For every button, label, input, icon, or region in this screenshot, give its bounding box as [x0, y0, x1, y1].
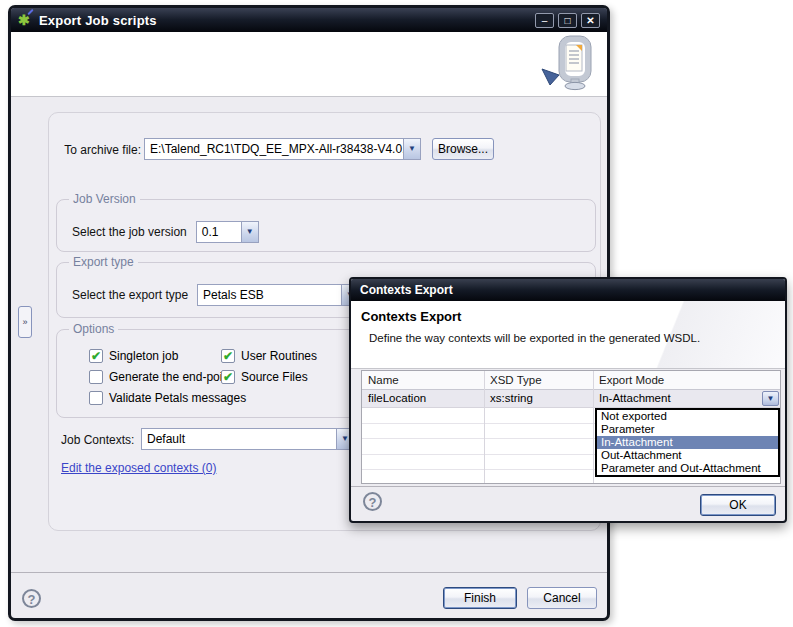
dropdown-option-in-attachment[interactable]: In-Attachment: [597, 436, 778, 449]
dropdown-option-not-exported[interactable]: Not exported: [597, 410, 778, 423]
option-singleton-job[interactable]: ✔Singleton job: [89, 349, 221, 363]
contexts-title-bar: Contexts Export: [351, 279, 785, 301]
cell-name[interactable]: fileLocation: [362, 390, 484, 407]
export-type-group-label: Export type: [69, 255, 138, 269]
job-version-combo[interactable]: 0.1 ▼: [196, 221, 259, 243]
wizard-banner: [11, 32, 607, 97]
export-wizard-icon: [537, 35, 593, 97]
maximize-button[interactable]: □: [558, 13, 577, 28]
help-button[interactable]: ?: [363, 492, 382, 511]
options-group-label: Options: [69, 322, 118, 336]
ok-button[interactable]: OK: [700, 494, 776, 516]
export-mode-dropdown-button[interactable]: ▼: [762, 391, 779, 406]
job-contexts-combo[interactable]: Default ▼: [141, 428, 354, 450]
cancel-button[interactable]: Cancel: [527, 587, 597, 609]
option-label: Generate the end-point: [109, 370, 232, 384]
close-button[interactable]: ✕: [581, 13, 600, 28]
checkbox-unchecked-icon[interactable]: [89, 370, 103, 384]
dropdown-option-parameter-and-out-attachment[interactable]: Parameter and Out-Attachment: [597, 462, 778, 475]
column-header-export-mode[interactable]: Export Mode: [593, 371, 780, 389]
column-header-xsd-type[interactable]: XSD Type: [484, 371, 593, 389]
archive-file-combo[interactable]: E:\Talend_RC1\TDQ_EE_MPX-All-r38438-V4.0…: [144, 138, 421, 160]
job-version-label: Select the job version: [72, 225, 187, 239]
talend-icon: ✱: [18, 13, 33, 28]
title-bar: ✱ Export Job scripts – □ ✕: [11, 8, 607, 32]
table-row[interactable]: fileLocation xs:string In-Attachment ▼: [362, 390, 780, 408]
checkbox-checked-icon[interactable]: ✔: [89, 349, 103, 363]
contexts-description: Define the way contexts will be exported…: [369, 332, 700, 344]
combo-arrow-icon[interactable]: ▼: [403, 139, 420, 159]
job-contexts-value[interactable]: Default: [142, 429, 336, 449]
cell-export-mode[interactable]: In-Attachment: [593, 390, 780, 407]
checkbox-checked-icon[interactable]: ✔: [221, 370, 235, 384]
column-divider: [593, 371, 594, 483]
export-type-value[interactable]: Petals ESB: [198, 285, 341, 305]
option-label: Singleton job: [109, 349, 178, 363]
option-label: Source Files: [241, 370, 308, 384]
window-controls: – □ ✕: [535, 13, 600, 28]
dropdown-option-parameter[interactable]: Parameter: [597, 423, 778, 436]
edit-exposed-contexts-link[interactable]: Edit the exposed contexts (0): [61, 461, 216, 475]
job-version-value[interactable]: 0.1: [197, 222, 241, 242]
combo-arrow-icon[interactable]: ▼: [241, 222, 258, 242]
option-validate-petals-messages[interactable]: Validate Petals messages: [89, 391, 221, 405]
job-version-group: Job Version Select the job version 0.1 ▼: [56, 199, 596, 252]
footer-separator: [351, 486, 785, 487]
table-header-row: NameXSD TypeExport Mode: [362, 371, 780, 390]
archive-file-value[interactable]: E:\Talend_RC1\TDQ_EE_MPX-All-r38438-V4.0…: [145, 139, 403, 159]
archive-file-label: To archive file:: [49, 143, 141, 157]
browse-button[interactable]: Browse...: [432, 138, 494, 160]
contexts-heading: Contexts Export: [361, 309, 461, 324]
contexts-export-dialog: Contexts Export Contexts Export Define t…: [349, 277, 787, 523]
dialog-title: Export Job scripts: [39, 13, 157, 28]
option-generate-the-end-point[interactable]: Generate the end-point: [89, 370, 221, 384]
column-header-name[interactable]: Name: [362, 371, 484, 389]
column-divider: [484, 371, 485, 483]
dropdown-option-out-attachment[interactable]: Out-Attachment: [597, 449, 778, 462]
checkbox-checked-icon[interactable]: ✔: [221, 349, 235, 363]
help-button[interactable]: ?: [22, 589, 41, 608]
export-type-combo[interactable]: Petals ESB ▼: [197, 284, 359, 306]
checkbox-unchecked-icon[interactable]: [89, 391, 103, 405]
contexts-banner: Contexts Export Define the way contexts …: [351, 301, 785, 369]
job-version-group-label: Job Version: [69, 192, 140, 206]
option-label: Validate Petals messages: [109, 391, 246, 405]
export-type-label: Select the export type: [72, 288, 188, 302]
finish-button[interactable]: Finish: [443, 587, 517, 609]
footer-separator: [11, 572, 607, 573]
export-mode-dropdown-list: Not exportedParameterIn-AttachmentOut-At…: [595, 408, 780, 477]
cell-xsd-type[interactable]: xs:string: [484, 390, 593, 407]
minimize-button[interactable]: –: [535, 13, 554, 28]
job-contexts-label: Job Contexts:: [61, 433, 134, 447]
fast-view-restore-button[interactable]: »: [18, 306, 32, 338]
option-label: User Routines: [241, 349, 317, 363]
